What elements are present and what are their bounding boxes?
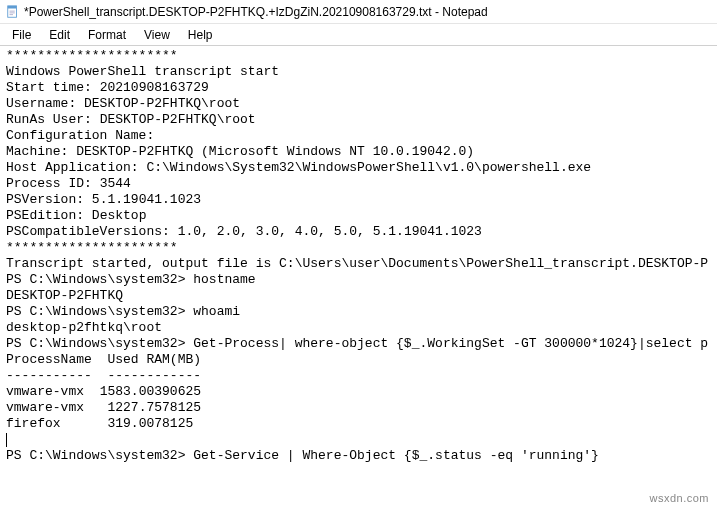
output-whoami: desktop-p2fhtkq\root [6, 320, 162, 335]
runas-user: DESKTOP-P2FHTKQ\root [100, 112, 256, 127]
table-row: vmware-vmx 1227.7578125 [6, 400, 201, 415]
table-underline: ----------- ------------ [6, 368, 201, 383]
transcript-started: Transcript started, output file is C:\Us… [6, 256, 708, 271]
host-app: C:\Windows\System32\WindowsPowerShell\v1… [146, 160, 591, 175]
cmd-whoami: whoami [193, 304, 240, 319]
output-hostname: DESKTOP-P2FHTKQ [6, 288, 123, 303]
machine: DESKTOP-P2FHTKQ (Microsoft Windows NT 10… [76, 144, 474, 159]
prompt: PS C:\Windows\system32> [6, 336, 193, 351]
text-caret [6, 433, 7, 447]
ps-version: 5.1.19041.1023 [92, 192, 201, 207]
start-time: 20210908163729 [100, 80, 209, 95]
separator: ********************** [6, 240, 178, 255]
ps-edition: Desktop [92, 208, 147, 223]
table-row: firefox 319.0078125 [6, 416, 193, 431]
cmd-getservice: Get-Service | Where-Object {$_.status -e… [193, 448, 599, 463]
separator: ********************** [6, 48, 178, 63]
label: PSEdition: [6, 208, 92, 223]
table-header: ProcessName Used RAM(MB) [6, 352, 201, 367]
svg-rect-1 [8, 5, 17, 8]
header-line: Windows PowerShell transcript start [6, 64, 279, 79]
label: PSCompatibleVersions: [6, 224, 178, 239]
label: Start time: [6, 80, 100, 95]
watermark: wsxdn.com [649, 492, 709, 504]
cmd-getprocess: Get-Process| where-object {$_.WorkingSet… [193, 336, 708, 351]
menu-help[interactable]: Help [180, 26, 221, 44]
menu-format[interactable]: Format [80, 26, 134, 44]
window-title: *PowerShell_transcript.DESKTOP-P2FHTKQ.+… [24, 5, 488, 19]
menu-view[interactable]: View [136, 26, 178, 44]
menubar: File Edit Format View Help [0, 24, 717, 46]
prompt: PS C:\Windows\system32> [6, 304, 193, 319]
label: Process ID: [6, 176, 100, 191]
prompt: PS C:\Windows\system32> [6, 448, 193, 463]
titlebar: *PowerShell_transcript.DESKTOP-P2FHTKQ.+… [0, 0, 717, 24]
label: Configuration Name: [6, 128, 162, 143]
cmd-hostname: hostname [193, 272, 255, 287]
menu-edit[interactable]: Edit [41, 26, 78, 44]
label: Machine: [6, 144, 76, 159]
menu-file[interactable]: File [4, 26, 39, 44]
notepad-icon [6, 5, 20, 19]
table-row: vmware-vmx 1583.00390625 [6, 384, 201, 399]
label: Username: [6, 96, 84, 111]
process-id: 3544 [100, 176, 131, 191]
label: RunAs User: [6, 112, 100, 127]
editor-content[interactable]: ********************** Windows PowerShel… [0, 46, 717, 510]
ps-compat: 1.0, 2.0, 3.0, 4.0, 5.0, 5.1.19041.1023 [178, 224, 482, 239]
username: DESKTOP-P2FHTKQ\root [84, 96, 240, 111]
label: Host Application: [6, 160, 146, 175]
label: PSVersion: [6, 192, 92, 207]
prompt: PS C:\Windows\system32> [6, 272, 193, 287]
